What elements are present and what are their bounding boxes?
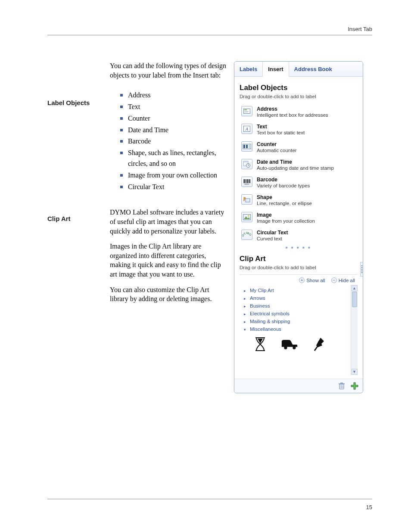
object-desc: Intelligent text box for addresses	[257, 112, 328, 118]
svg-rect-33	[339, 383, 345, 384]
image-icon	[241, 212, 252, 222]
tab-labels[interactable]: Labels	[234, 62, 263, 76]
section-divider-dots: ■ ■ ■ ■ ■	[240, 245, 358, 252]
svg-line-31	[314, 346, 318, 351]
svg-text:01011: 01011	[244, 183, 249, 185]
page-number: 15	[366, 504, 372, 510]
object-desc: Line, rectangle, or ellipse	[257, 201, 312, 206]
plus-icon	[351, 382, 358, 390]
tab-address-book[interactable]: Address Book	[289, 62, 337, 76]
circular-text-icon: DYMODYMO	[241, 230, 252, 240]
object-item-barcode[interactable]: 01011 Barcode Variety of barcode types	[240, 174, 358, 192]
svg-rect-9	[249, 145, 250, 148]
object-title: Counter	[257, 141, 297, 147]
minus-icon: −	[331, 277, 337, 283]
datetime-icon	[241, 159, 252, 169]
shape-icon	[241, 194, 252, 205]
heading-label-objects: Label Objects	[47, 99, 110, 106]
text-icon: A	[241, 124, 252, 134]
object-desc: Text box for static text	[257, 130, 305, 135]
object-title: Address	[257, 106, 328, 112]
svg-text:A: A	[245, 127, 249, 131]
svg-rect-15	[243, 179, 244, 183]
panel-heading-label-objects: Label Objects	[240, 84, 358, 92]
object-item-shape[interactable]: Shape Line, rectangle, or ellipse	[240, 192, 358, 209]
object-desc: Automatic counter	[257, 148, 297, 153]
clipart-paragraph: Images in the Clip Art library are organ…	[110, 242, 226, 279]
panel-heading-clip-art: Clip Art	[240, 255, 358, 263]
list-item: Shape, such as lines, rectangles, circle…	[120, 148, 226, 169]
svg-rect-7	[243, 145, 245, 148]
list-item: Text	[120, 102, 226, 112]
list-item: Counter	[120, 113, 226, 124]
object-item-counter[interactable]: Counter Automatic counter	[240, 139, 358, 156]
panel-tabs: Labels Insert Address Book	[234, 62, 363, 77]
object-title: Circular Text	[257, 230, 288, 236]
clipart-category[interactable]: Miscellaneous	[244, 325, 350, 333]
show-all-button[interactable]: + Show all	[299, 277, 325, 283]
object-title: Barcode	[257, 177, 310, 183]
address-icon	[241, 106, 252, 116]
object-title: Shape	[257, 194, 312, 200]
svg-rect-18	[246, 179, 247, 183]
scroll-thumb[interactable]	[352, 292, 357, 307]
object-item-text[interactable]: A Text Text box for static text	[240, 121, 358, 139]
clipart-category[interactable]: Arrows	[244, 294, 350, 302]
show-all-label: Show all	[306, 278, 325, 283]
clipart-thumb-hourglass[interactable]	[252, 336, 269, 352]
svg-rect-20	[249, 179, 249, 183]
page-header-breadcrumb: Insert Tab	[47, 26, 372, 35]
plus-icon: +	[299, 277, 305, 283]
barcode-icon: 01011	[241, 177, 252, 187]
svg-rect-34	[340, 383, 343, 383]
insert-panel: Labels Insert Address Book Label Objects…	[234, 61, 363, 393]
object-item-circular-text[interactable]: DYMODYMO Circular Text Curved text	[240, 227, 358, 245]
panel-hint-label-objects: Drag or double-click to add to label	[240, 94, 358, 99]
list-item: Barcode	[120, 136, 226, 147]
svg-rect-23	[246, 199, 250, 202]
clipart-paragraph: DYMO Label software includes a variety o…	[110, 208, 226, 236]
intro-paragraph: You can add the following types of desig…	[110, 61, 226, 80]
clipart-category[interactable]: Business	[244, 302, 350, 310]
clipart-category[interactable]: My Clip Art	[244, 286, 350, 294]
panel-resize-handle[interactable]	[360, 262, 363, 277]
svg-rect-1	[244, 109, 247, 110]
list-item: Image from your own collection	[120, 170, 226, 181]
panel-hint-clip-art: Drag or double-click to add to label	[240, 265, 358, 270]
object-item-datetime[interactable]: Date and Time Auto-updating date and tim…	[240, 156, 358, 174]
footer-rule	[47, 499, 372, 499]
object-title: Text	[257, 124, 305, 130]
svg-rect-21	[249, 179, 250, 183]
svg-rect-17	[246, 179, 246, 183]
trash-icon	[338, 382, 345, 390]
tab-insert[interactable]: Insert	[263, 62, 289, 77]
svg-rect-11	[243, 161, 248, 162]
heading-clip-art: Clip Art	[47, 215, 110, 222]
add-clipart-button[interactable]	[350, 382, 359, 390]
object-desc: Variety of barcode types	[257, 183, 310, 188]
clipart-thumb-pushpin[interactable]	[310, 336, 327, 352]
object-title: Date and Time	[257, 159, 334, 165]
object-item-image[interactable]: Image Image from your collection	[240, 209, 358, 227]
scroll-down-arrow-icon[interactable]: ▼	[352, 369, 358, 375]
clipart-category[interactable]: Electrical symbols	[244, 310, 350, 317]
object-title: Image	[257, 212, 315, 218]
object-item-address[interactable]: Address Intelligent text box for address…	[240, 103, 358, 121]
delete-clipart-button[interactable]	[337, 382, 346, 390]
svg-rect-3	[244, 112, 248, 112]
label-objects-bullet-list: Address Text Counter Date and Time Barco…	[110, 90, 226, 192]
scroll-up-arrow-icon[interactable]: ▲	[352, 285, 358, 291]
object-desc: Auto-updating date and time stamp	[257, 165, 334, 171]
svg-point-26	[248, 215, 249, 217]
clipart-scrollbar[interactable]: ▲ ▼	[351, 285, 358, 375]
hide-all-button[interactable]: − Hide all	[331, 277, 355, 283]
clipart-category[interactable]: Mailing & shipping	[244, 317, 350, 325]
svg-text:DYMO: DYMO	[242, 232, 252, 237]
clipart-paragraph: You can also customize the Clip Art libr…	[110, 285, 226, 304]
list-item: Date and Time	[120, 125, 226, 136]
svg-rect-8	[246, 145, 248, 148]
clipart-thumb-truck[interactable]	[281, 336, 298, 352]
svg-rect-19	[247, 179, 248, 183]
list-item: Circular Text	[120, 182, 226, 193]
object-desc: Curved text	[257, 236, 288, 241]
